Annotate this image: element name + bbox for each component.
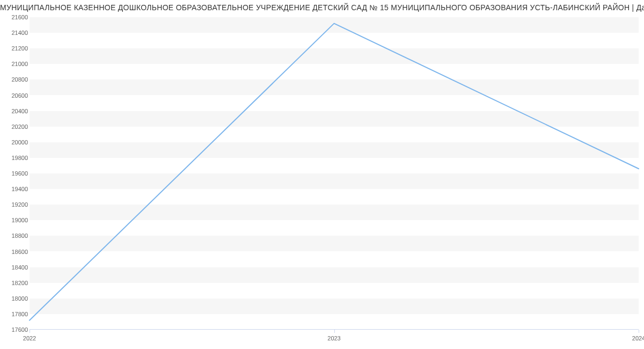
y-tick-label: 18600 <box>4 249 28 255</box>
y-tick-label: 19800 <box>4 155 28 161</box>
y-tick-label: 20600 <box>4 92 28 99</box>
y-tick-label: 20400 <box>4 108 28 114</box>
x-tick-label: 2024 <box>632 335 644 341</box>
y-tick-label: 18000 <box>4 295 28 302</box>
y-tick-label: 21200 <box>4 45 28 52</box>
y-tick-label: 20000 <box>4 139 28 146</box>
y-tick-label: 21600 <box>4 14 28 20</box>
y-tick-label: 21400 <box>4 30 28 36</box>
y-tick-label: 19600 <box>4 170 28 177</box>
x-tick-label: 2022 <box>23 335 36 341</box>
y-tick-label: 18800 <box>4 232 28 239</box>
x-tick <box>30 330 30 333</box>
x-tick-label: 2023 <box>327 335 340 341</box>
x-tick <box>639 330 639 333</box>
y-tick-label: 18400 <box>4 264 28 271</box>
y-tick-label: 19200 <box>4 201 28 208</box>
chart-area: 1760017800180001820018400186001880019000… <box>0 15 644 344</box>
y-tick-label: 18200 <box>4 280 28 286</box>
y-tick-label: 17800 <box>4 311 28 317</box>
series-line <box>30 24 639 321</box>
y-tick-label: 17600 <box>4 326 28 333</box>
plot-area <box>30 17 639 330</box>
y-tick-label: 20800 <box>4 76 28 83</box>
y-tick-label: 20200 <box>4 123 28 130</box>
chart-svg <box>30 17 639 330</box>
y-tick-label: 19000 <box>4 217 28 223</box>
x-tick <box>334 330 335 333</box>
y-tick-label: 21000 <box>4 61 28 67</box>
chart-title: МУНИЦИПАЛЬНОЕ КАЗЕННОЕ ДОШКОЛЬНОЕ ОБРАЗО… <box>0 0 644 12</box>
y-tick-label: 19400 <box>4 186 28 192</box>
